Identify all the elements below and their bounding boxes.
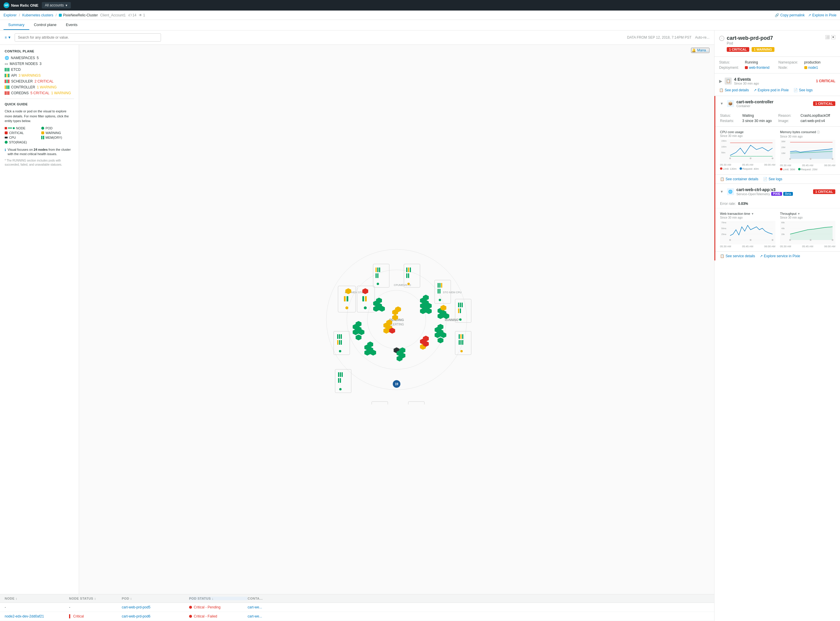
explore-in-pixie-button[interactable]: ↗ Explore in Pixie [808, 13, 837, 17]
explore-service-pixie-button[interactable]: ↗ Explore service in Pixie [760, 254, 800, 258]
deployment-dot-icon [745, 66, 748, 69]
visualization-area: 🔔 Mana... PENDING ALERTING RUN [79, 45, 714, 594]
throughput-chart: Throughput ▼ Since 30 min ago 60k [780, 212, 835, 248]
control-plane-title: CONTROL PLANE [5, 50, 74, 53]
see-pod-details-button[interactable]: 📋 See pod details [719, 88, 749, 92]
error-rate-row: Error rate: 0.03% [715, 199, 840, 208]
ctrl-status: Status: Waiting [720, 114, 777, 118]
cluster-viz-svg: PENDING ALERTING RUNNING* CPU MEM STO CP… [309, 235, 484, 404]
api-label: API [11, 73, 17, 77]
table-header: NODE ↕ NODE STATUS ↕ POD ↕ POD STATUS ↓ … [0, 594, 714, 603]
copy-permalink-button[interactable]: 🔗 Copy permalink [775, 13, 805, 17]
quick-guide-title: QUICK GUIDE [5, 102, 74, 106]
mem-title: Memory bytes consumed ⓘ [780, 130, 835, 134]
explore-pod-pixie-button[interactable]: ↗ Explore pod in Pixie [754, 88, 789, 92]
scheduler-critical: 2 CRITICAL [35, 79, 54, 83]
all-accounts-button[interactable]: All accounts ▼ [42, 2, 71, 9]
svg-point-15 [345, 306, 348, 309]
chevron-down-icon: ▼ [65, 4, 68, 7]
ctrl-restarts: Restarts: 3 since 30 min ago [720, 119, 777, 123]
svg-rect-139 [439, 283, 440, 288]
controller-section: ▼ 📦 cart-web-controller Container 1 CRIT… [714, 96, 840, 184]
legend-mem: MEM(ORY) [41, 136, 74, 139]
row2-pod: cart-web-prd-pod6 [122, 614, 189, 618]
row2-node-status: Critical [69, 614, 122, 618]
row1-container[interactable]: cart-we... [248, 605, 710, 609]
log-icon-2: 📄 [763, 177, 767, 181]
cpu-chart-area: 150m 100m 50m [720, 139, 775, 163]
throughput-dropdown-icon[interactable]: ▼ [797, 212, 800, 215]
link-icon: 🔗 [775, 13, 779, 17]
master-nodes-label: MASTER NODES [10, 62, 38, 66]
meta-namespace: Namespace: production [778, 60, 835, 64]
throughput-chart-area: 60k 40k 20k [780, 221, 835, 244]
k8s-clusters-link[interactable]: Kubernetes clusters [22, 13, 53, 17]
all-accounts-label: All accounts [45, 3, 64, 7]
meta-deployment: Deployment: web-frontend [719, 65, 776, 70]
svg-rect-135 [408, 273, 409, 278]
see-container-details-button[interactable]: 📋 See container details [720, 177, 758, 181]
svg-rect-120 [338, 378, 339, 383]
scheduler-label: SCHEDULER [11, 79, 33, 83]
tab-summary[interactable]: Summary [3, 20, 29, 30]
svg-text:25ms: 25ms [722, 233, 727, 235]
events-header[interactable]: ▶ 📋 4 Events Since 30 min ago 1 CRITICAL [719, 77, 835, 85]
critical-dot-2-icon [189, 615, 192, 618]
service-collapse-icon[interactable]: ▼ [720, 189, 723, 194]
web-tx-chart: Web transaction time ▼ Since 30 min ago … [720, 212, 775, 248]
svg-rect-74 [337, 334, 338, 339]
tag-icon: 🏷 [128, 13, 132, 17]
see-logs-button[interactable]: 📄 See logs [793, 88, 813, 92]
explorer-link[interactable]: Explorer [3, 13, 17, 17]
svg-rect-125 [377, 268, 378, 272]
left-panel: ≡ ▼ DATA FROM SEP 12, 2018, 7:14PM PST A… [0, 30, 714, 621]
row2-container[interactable]: cart-we... [248, 614, 710, 618]
ctrl-reason: Reason: CrashLoopBackOff [778, 114, 835, 118]
sto-legend-icon [5, 141, 8, 144]
etcd-bar-icon [5, 68, 9, 71]
svg-rect-76 [341, 334, 342, 339]
breadcrumb-sep-1: / [19, 13, 20, 17]
svg-point-161 [772, 158, 773, 159]
info-note: ℹ Visual focuses on 24 nodes from the cl… [5, 147, 74, 157]
api-bar-icon [5, 74, 9, 77]
search-input[interactable] [15, 33, 161, 42]
filter-options-button[interactable]: ≡ ▼ [5, 35, 11, 39]
close-button[interactable]: ✕ [831, 35, 835, 39]
minimize-button[interactable]: ⬜ [825, 35, 829, 39]
svg-point-171 [810, 158, 811, 160]
critical-badge: 1 CRITICAL [727, 47, 749, 52]
node-legend-icon [5, 127, 15, 129]
manage-button[interactable]: 🔔 Mana... [691, 48, 710, 53]
container-details-icon: 📋 [720, 177, 724, 181]
controller-see-logs-button[interactable]: 📄 See logs [763, 177, 782, 181]
content-grid: CONTROL PLANE 🌐 NAMESPACES 5 ▭ MASTER NO… [0, 45, 714, 594]
critical-legend-icon [5, 132, 8, 134]
events-section: ▶ 📋 4 Events Since 30 min ago 1 CRITICAL… [714, 73, 840, 96]
chevron-right-icon: ▶ [719, 79, 722, 83]
namespaces-count: 5 [36, 56, 39, 60]
cpu-chart: CPU core usage Since 30 min ago 150m 100… [720, 130, 775, 171]
col-header-pod-status: POD STATUS ↓ [189, 597, 248, 600]
throughput-time-labels: 05:30 AM 05:45 AM 06:00 AM [780, 245, 835, 248]
sto-legend-label: STO(RAGE) [9, 141, 27, 144]
meta-node: Node: node1 [778, 65, 835, 70]
tag-count: 14 [133, 13, 136, 17]
svg-rect-86 [460, 340, 462, 345]
web-tx-dropdown-icon[interactable]: ▼ [751, 212, 754, 215]
tab-events[interactable]: Events [61, 20, 82, 30]
breadcrumb-sep-2: / [56, 13, 56, 17]
info-icon: ℹ [5, 148, 6, 157]
svg-point-181 [750, 239, 752, 241]
svg-point-160 [750, 158, 752, 159]
ctrl-image: Image: cart-web-prd:v4 [778, 119, 835, 123]
service-icon: 🌐 [727, 188, 734, 195]
see-service-details-button[interactable]: 📋 See service details [720, 254, 755, 258]
service-critical-badge: 1 CRITICAL [813, 189, 835, 194]
info-note-text: Visual focuses on 24 nodes from the clus… [8, 147, 74, 157]
observer-count: 1 [143, 13, 145, 17]
collapse-icon[interactable]: ▼ [720, 101, 723, 106]
svg-rect-145 [458, 303, 459, 307]
svg-rect-126 [379, 268, 380, 272]
tab-control-plane[interactable]: Control plane [29, 20, 61, 30]
